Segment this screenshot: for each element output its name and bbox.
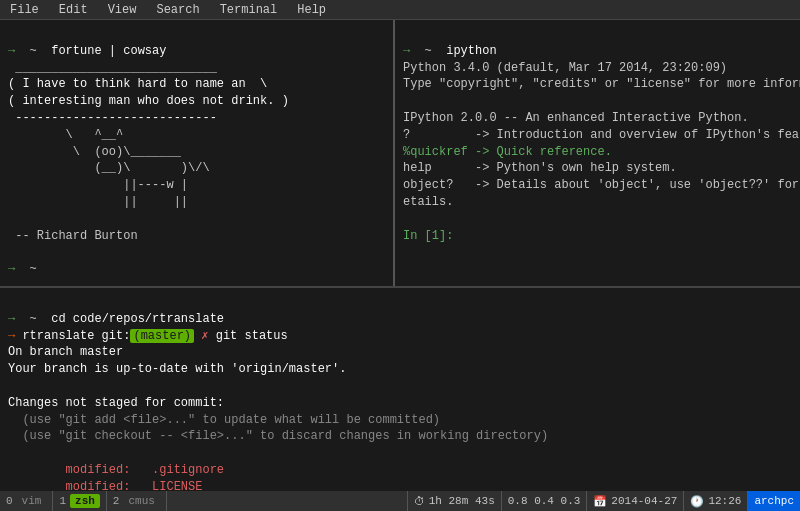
menubar: File Edit View Search Terminal Help — [0, 0, 800, 20]
status-time-info: ⏱ 1h 28m 43s — [407, 491, 501, 511]
date-text: 2014-04-27 — [611, 495, 677, 507]
term-right[interactable]: → ~ ipython Python 3.4.0 (default, Mar 1… — [395, 20, 800, 286]
time-text: 12:26 — [708, 495, 741, 507]
quickref-line: %quickref -> Quick reference. — [403, 145, 612, 159]
ipython-prompt: In [1]: — [403, 229, 453, 243]
term-bottom[interactable]: → ~ cd code/repos/rtranslate → rtranslat… — [0, 288, 800, 511]
status-tab0[interactable]: 0 vim — [0, 491, 53, 511]
menu-file[interactable]: File — [6, 3, 43, 17]
object-line1: object? -> Details about 'object', use '… — [403, 178, 800, 192]
time-info-text: 1h 28m 43s — [429, 495, 495, 507]
status-tab1[interactable]: 1 zsh — [53, 491, 106, 511]
status-tab2[interactable]: 2 cmus — [107, 491, 167, 511]
tab2-number: 2 — [113, 495, 120, 507]
tab0-label: vim — [17, 494, 47, 508]
ipython-version: IPython 2.0.0 -- An enhanced Interactive… — [403, 111, 749, 125]
term-left[interactable]: → ~ fortune | cowsay ___________________… — [0, 20, 395, 286]
time-icon: 🕐 — [690, 495, 704, 508]
menu-terminal[interactable]: Terminal — [216, 3, 282, 17]
tab1-number: 1 — [59, 495, 66, 507]
host-text: archpc — [754, 495, 794, 507]
split-area: → ~ fortune | cowsay ___________________… — [0, 20, 800, 288]
main-container: → ~ fortune | cowsay ___________________… — [0, 20, 800, 511]
load-text: 0.8 0.4 0.3 — [508, 495, 581, 507]
tab1-label: zsh — [70, 494, 100, 508]
python-license: Type "copyright", "credits" or "license"… — [403, 77, 800, 91]
calendar-icon: 📅 — [593, 495, 607, 508]
menu-search[interactable]: Search — [152, 3, 203, 17]
term-bottom-content: → ~ cd code/repos/rtranslate → rtranslat… — [8, 294, 792, 511]
tab2-label: cmus — [123, 494, 159, 508]
ipython-help1: ? -> Introduction and overview of IPytho… — [403, 128, 800, 142]
help-line: help -> Python's own help system. — [403, 161, 677, 175]
status-time: 🕐 12:26 — [683, 491, 747, 511]
clock-icon: ⏱ — [414, 495, 425, 508]
tab0-number: 0 — [6, 495, 13, 507]
statusbar: 0 vim 1 zsh 2 cmus ⏱ 1h 28m 43s 0.8 0.4 … — [0, 491, 800, 511]
status-date: 📅 2014-04-27 — [586, 491, 683, 511]
status-load: 0.8 0.4 0.3 — [501, 491, 587, 511]
menu-help[interactable]: Help — [293, 3, 330, 17]
term-right-content: → ~ ipython Python 3.4.0 (default, Mar 1… — [403, 26, 792, 261]
menu-edit[interactable]: Edit — [55, 3, 92, 17]
status-host: archpc — [747, 491, 800, 511]
python-version: Python 3.4.0 (default, Mar 17 2014, 23:2… — [403, 61, 727, 75]
object-line2: etails. — [403, 195, 453, 209]
term-left-content: → ~ fortune | cowsay ___________________… — [8, 26, 385, 286]
menu-view[interactable]: View — [104, 3, 141, 17]
